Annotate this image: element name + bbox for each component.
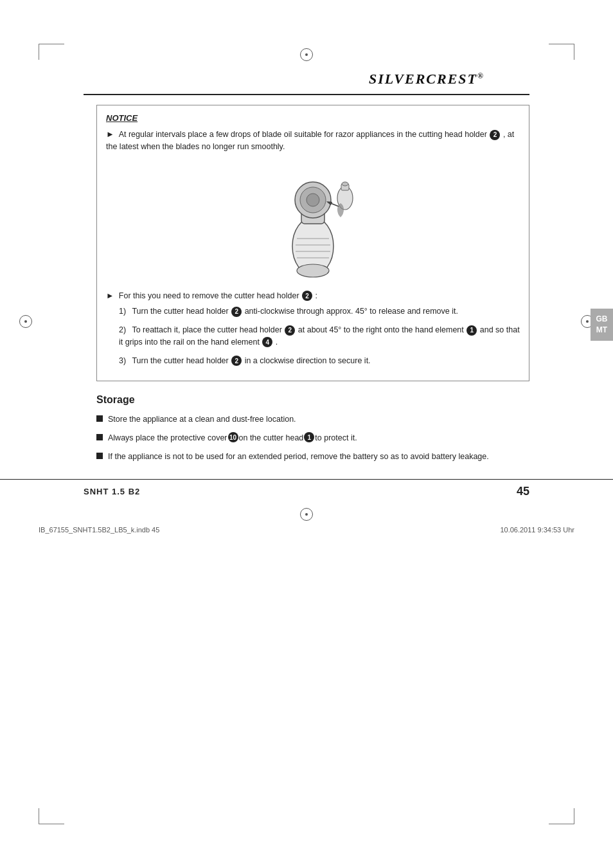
country-tab-gb: GB xyxy=(594,314,609,325)
main-content: NOTICE ► At regular intervals place a fe… xyxy=(0,105,613,463)
country-tab-mt: MT xyxy=(594,325,609,336)
svg-point-5 xyxy=(297,264,329,277)
clipper-svg xyxy=(249,163,377,278)
circle-num-10: 10 xyxy=(228,432,238,442)
bullet-colon: : xyxy=(315,291,317,300)
step-1-text2: anti-clockwise through approx. 45° to re… xyxy=(245,307,458,316)
step-2-text: To reattach it, place the cutter head ho… xyxy=(132,325,284,334)
brand-name: SILVERCREST® xyxy=(369,71,484,87)
step-1-text: Turn the cutter head holder xyxy=(132,307,231,316)
step-2-num: 2) xyxy=(119,325,126,334)
left-reg-mark xyxy=(19,315,32,328)
storage-section: Storage Store the appliance at a clean a… xyxy=(96,394,529,462)
square-bullet-icon-1 xyxy=(96,415,103,422)
svg-point-9 xyxy=(306,194,319,206)
top-reg-mark xyxy=(300,48,313,61)
divider-line xyxy=(84,94,529,95)
square-bullet-icon-2 xyxy=(96,434,103,440)
circle-num-step2a: 2 xyxy=(285,325,295,336)
step-3-text2: in a clockwise direction to secure it. xyxy=(245,356,371,365)
bullet-intro-text: For this you need to remove the cutter h… xyxy=(119,291,299,300)
circle-num-step1: 2 xyxy=(231,307,242,317)
storage-item-3: If the appliance is not to be used for a… xyxy=(96,451,529,463)
storage-text-2c: to protect it. xyxy=(315,432,357,444)
square-bullet-icon-3 xyxy=(96,453,103,459)
arrow-bullet-icon: ► xyxy=(106,129,114,139)
footer: SNHT 1.5 B2 45 xyxy=(0,479,613,498)
main-bullet: ► For this you need to remove the cutter… xyxy=(106,290,520,302)
brand-area: SILVERCREST® xyxy=(0,71,613,87)
brand-name-text: SILVERCREST xyxy=(369,71,477,87)
notice-main-text: At regular intervals place a few drops o… xyxy=(119,130,487,139)
notice-text: ► At regular intervals place a few drops… xyxy=(106,128,520,153)
circle-num-step2b: 1 xyxy=(466,325,477,336)
step-2-text2: at about 45° to the right onto the hand … xyxy=(298,325,466,334)
storage-text-3: If the appliance is not to be used for a… xyxy=(108,451,489,463)
step-3: 3) Turn the cutter head holder 2 in a cl… xyxy=(106,355,520,367)
storage-text-2: Always place the protective cover xyxy=(108,432,227,444)
storage-title: Storage xyxy=(96,394,529,406)
step-3-text: Turn the cutter head holder xyxy=(132,356,231,365)
file-info-left: IB_67155_SNHT1.5B2_LB5_k.indb 45 xyxy=(39,526,159,534)
file-info-right: 10.06.2011 9:34:53 Uhr xyxy=(500,526,574,534)
step-2-text4: . xyxy=(276,338,278,347)
storage-item-2: Always place the protective cover 10 on … xyxy=(96,432,529,444)
notice-title: NOTICE xyxy=(106,113,520,123)
svg-point-12 xyxy=(342,182,348,186)
notice-box: NOTICE ► At regular intervals place a fe… xyxy=(96,105,529,381)
circle-num-step2c: 4 xyxy=(262,337,272,347)
storage-text-1: Store the appliance at a clean and dust-… xyxy=(108,413,296,426)
clipper-illustration-area xyxy=(106,163,520,280)
circle-num-1: 1 xyxy=(304,432,314,442)
steps-area: ► For this you need to remove the cutter… xyxy=(106,290,520,367)
storage-text-2b: on the cutter head xyxy=(239,432,304,444)
top-registration-area xyxy=(0,0,613,64)
brand-registered: ® xyxy=(477,71,484,80)
footer-page: 45 xyxy=(517,485,529,498)
page: SILVERCREST® NOTICE ► At regular interva… xyxy=(0,0,613,868)
step-2: 2) To reattach it, place the cutter head… xyxy=(106,324,520,348)
circle-num-bullet: 2 xyxy=(302,291,312,301)
step-1: 1) Turn the cutter head holder 2 anti-cl… xyxy=(106,305,520,318)
bottom-file-info: IB_67155_SNHT1.5B2_LB5_k.indb 45 10.06.2… xyxy=(0,526,613,534)
step-3-num: 3) xyxy=(119,356,126,365)
bottom-reg-mark xyxy=(300,508,313,521)
bottom-registration-area xyxy=(0,508,613,521)
arrow-icon-main: ► xyxy=(106,291,114,300)
country-tab: GB MT xyxy=(591,309,613,341)
circle-num-step3: 2 xyxy=(231,356,242,366)
footer-model: SNHT 1.5 B2 xyxy=(84,487,140,496)
step-1-num: 1) xyxy=(119,307,126,316)
storage-item-1: Store the appliance at a clean and dust-… xyxy=(96,413,529,426)
circle-num-2: 2 xyxy=(490,130,500,140)
